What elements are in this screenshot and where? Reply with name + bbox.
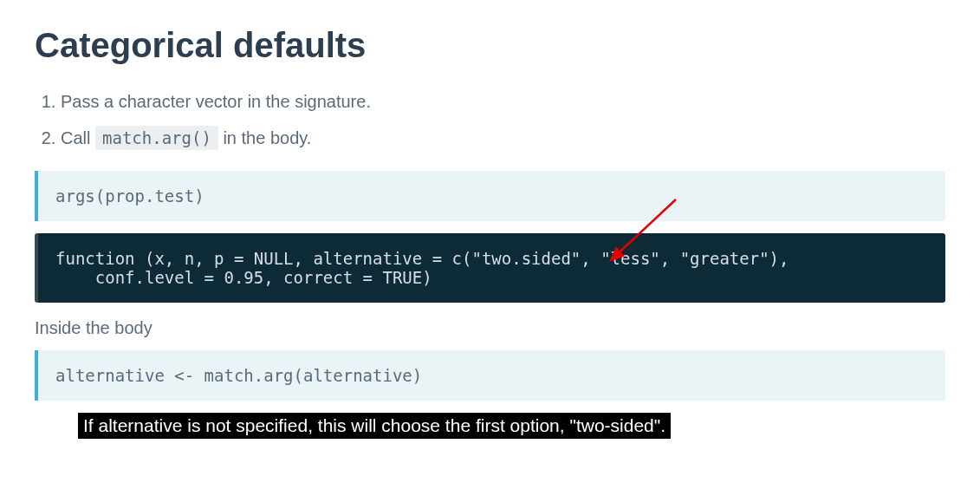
step-2-prefix: Call <box>61 128 95 147</box>
step-1-text: Pass a character vector in the signature… <box>61 92 371 111</box>
page-heading: Categorical defaults <box>35 26 945 65</box>
step-2-suffix: in the body. <box>218 128 311 147</box>
caption-overlay: If alternative is not specified, this wi… <box>78 413 671 439</box>
step-1: Pass a character vector in the signature… <box>61 86 945 117</box>
steps-list: Pass a character vector in the signature… <box>35 86 945 153</box>
code-block-matcharg-call: alternative <- match.arg(alternative) <box>35 350 945 401</box>
code-block-function-sig: function (x, n, p = NULL, alternative = … <box>35 233 945 303</box>
step-2: Call match.arg() in the body. <box>61 122 945 153</box>
code-block-args: args(prop.test) <box>35 171 945 221</box>
body-paragraph: Inside the body <box>35 318 945 338</box>
inline-code-matcharg: match.arg() <box>95 126 218 150</box>
